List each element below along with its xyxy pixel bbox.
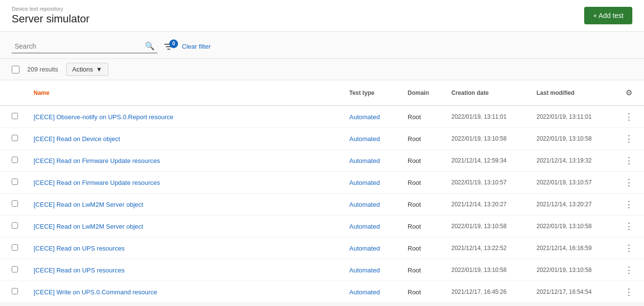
table-header-row: Name Test type Domain Creation date Last…	[0, 80, 644, 106]
search-icon: 🔍	[145, 41, 155, 51]
row-menu-cell: ⋮	[614, 106, 644, 128]
row-kebab-button[interactable]: ⋮	[622, 111, 636, 122]
row-creation-cell: 2022/01/19, 13:11:01	[444, 106, 529, 128]
row-menu-cell: ⋮	[614, 150, 644, 172]
row-domain-cell: Root	[400, 150, 444, 172]
row-creation-cell: 2021/12/14, 13:20:27	[444, 194, 529, 216]
row-menu-cell: ⋮	[614, 128, 644, 150]
row-kebab-button[interactable]: ⋮	[622, 221, 636, 232]
row-type-cell: Automated	[341, 259, 400, 281]
row-modified-cell: 2021/12/14, 13:19:32	[529, 150, 614, 172]
row-creation-cell: 2021/12/14, 12:59:34	[444, 150, 529, 172]
row-checkbox[interactable]	[12, 135, 18, 141]
actions-label: Actions	[72, 66, 93, 73]
row-checkbox[interactable]	[12, 200, 18, 207]
row-checkbox-cell	[0, 259, 26, 281]
row-name-cell: [CECE] Read on UPS resources	[26, 259, 341, 281]
col-header-check	[0, 80, 26, 106]
row-checkbox-cell	[0, 237, 26, 259]
row-name-cell: [CECE] Write on UPS.0.Command resource	[26, 281, 341, 303]
row-modified-cell: 2022/01/19, 13:10:58	[529, 128, 614, 150]
table-row: [CECE] Read on Firmware Update resources…	[0, 172, 644, 194]
breadcrumb: Device test repository	[12, 6, 89, 12]
col-header-created: Creation date	[444, 80, 529, 106]
row-domain-cell: Root	[400, 106, 444, 128]
row-type-cell: Automated	[341, 128, 400, 150]
clear-filter-button[interactable]: Clear filter	[180, 43, 213, 50]
row-name-cell: [CECE] Read on Device object	[26, 128, 341, 150]
row-name-cell: [CECE] Read on Firmware Update resources	[26, 172, 341, 194]
row-name-link[interactable]: [CECE] Read on Firmware Update resources	[34, 157, 160, 164]
row-name-link[interactable]: [CECE] Read on Firmware Update resources	[34, 179, 160, 186]
row-kebab-button[interactable]: ⋮	[622, 287, 636, 297]
row-creation-cell: 2022/01/19, 13:10:58	[444, 216, 529, 237]
row-type-cell: Automated	[341, 150, 400, 172]
row-type-cell: Automated	[341, 194, 400, 216]
row-name-link[interactable]: [CECE] Observe-notify on UPS.0.Report re…	[34, 113, 174, 121]
results-count: 209 results	[27, 66, 58, 73]
table-row: [CECE] Read on Device object Automated R…	[0, 128, 644, 150]
table-row: [CECE] Read on UPS resources Automated R…	[0, 237, 644, 259]
row-checkbox-cell	[0, 172, 26, 194]
row-name-cell: [CECE] Read on LwM2M Server object	[26, 194, 341, 216]
row-type-cell: Automated	[341, 106, 400, 128]
row-name-link[interactable]: [CECE] Read on UPS resources	[34, 267, 125, 274]
row-checkbox[interactable]	[12, 222, 18, 229]
row-name-link[interactable]: [CECE] Read on LwM2M Server object	[34, 223, 143, 230]
col-header-domain: Domain	[400, 80, 444, 106]
row-kebab-button[interactable]: ⋮	[622, 199, 636, 210]
row-checkbox[interactable]	[12, 157, 18, 163]
row-kebab-button[interactable]: ⋮	[622, 133, 636, 144]
row-name-link[interactable]: [CECE] Write on UPS.0.Command resource	[34, 288, 157, 296]
row-domain-cell: Root	[400, 281, 444, 303]
row-name-cell: [CECE] Read on Firmware Update resources	[26, 150, 341, 172]
row-kebab-button[interactable]: ⋮	[622, 265, 636, 275]
row-checkbox[interactable]	[12, 113, 18, 119]
row-creation-cell: 2021/12/17, 16:45:26	[444, 281, 529, 303]
add-test-button[interactable]: + Add test	[584, 7, 632, 24]
search-box: 🔍	[12, 39, 158, 54]
row-domain-cell: Root	[400, 128, 444, 150]
row-kebab-button[interactable]: ⋮	[622, 243, 636, 253]
row-name-cell: [CECE] Observe-notify on UPS.0.Report re…	[26, 106, 341, 128]
table-row: [CECE] Observe-notify on UPS.0.Report re…	[0, 106, 644, 128]
table-row: [CECE] Read on Firmware Update resources…	[0, 150, 644, 172]
row-modified-cell: 2022/01/19, 13:10:58	[529, 259, 614, 281]
row-checkbox-cell	[0, 150, 26, 172]
row-checkbox[interactable]	[12, 179, 18, 185]
row-checkbox[interactable]	[12, 244, 18, 251]
row-kebab-button[interactable]: ⋮	[622, 177, 636, 188]
row-creation-cell: 2022/01/19, 13:10:58	[444, 259, 529, 281]
row-modified-cell: 2021/12/14, 16:16:59	[529, 237, 614, 259]
row-name-link[interactable]: [CECE] Read on Device object	[34, 135, 120, 143]
row-menu-cell: ⋮	[614, 172, 644, 194]
select-all-checkbox[interactable]	[12, 66, 19, 73]
row-name-link[interactable]: [CECE] Read on UPS resources	[34, 245, 125, 252]
row-name-cell: [CECE] Read on LwM2M Server object	[26, 216, 341, 237]
row-kebab-button[interactable]: ⋮	[622, 155, 636, 166]
table-row: [CECE] Read on LwM2M Server object Autom…	[0, 194, 644, 216]
row-domain-cell: Root	[400, 172, 444, 194]
chevron-down-icon: ▼	[96, 66, 102, 73]
search-input[interactable]	[15, 42, 141, 50]
actions-dropdown-button[interactable]: Actions ▼	[66, 63, 109, 76]
row-checkbox[interactable]	[12, 266, 18, 272]
row-domain-cell: Root	[400, 259, 444, 281]
gear-settings-button[interactable]: ⚙	[624, 86, 634, 99]
page-title: Server simulator	[12, 13, 89, 25]
row-modified-cell: 2022/01/19, 13:10:58	[529, 216, 614, 237]
row-checkbox-cell	[0, 128, 26, 150]
row-type-cell: Automated	[341, 237, 400, 259]
row-modified-cell: 2022/01/19, 13:10:57	[529, 172, 614, 194]
row-menu-cell: ⋮	[614, 281, 644, 303]
row-checkbox[interactable]	[12, 288, 18, 294]
row-name-cell: [CECE] Read on UPS resources	[26, 237, 341, 259]
row-domain-cell: Root	[400, 237, 444, 259]
table-container: Name Test type Domain Creation date Last…	[0, 80, 644, 303]
row-menu-cell: ⋮	[614, 194, 644, 216]
filter-badge: 0	[169, 39, 178, 48]
row-checkbox-cell	[0, 216, 26, 237]
row-name-link[interactable]: [CECE] Read on LwM2M Server object	[34, 201, 143, 208]
col-header-type: Test type	[341, 80, 400, 106]
table-body: [CECE] Observe-notify on UPS.0.Report re…	[0, 106, 644, 303]
